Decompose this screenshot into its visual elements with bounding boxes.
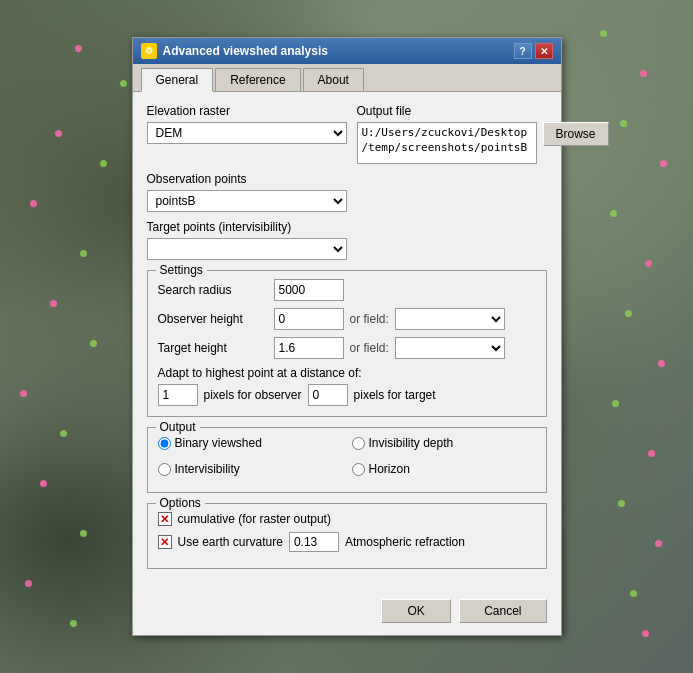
bottom-bar: OK Cancel [133, 591, 561, 635]
radio-binary-input[interactable] [158, 437, 171, 450]
cumulative-label: cumulative (for raster output) [178, 512, 331, 526]
map-dot [600, 30, 607, 37]
dialog-content: Elevation raster DEM Output file Browse … [133, 92, 561, 591]
cumulative-row: ✕ cumulative (for raster output) [158, 512, 536, 526]
map-dot [625, 310, 632, 317]
pixels-target-label: pixels for target [354, 388, 436, 402]
pixels-observer-input[interactable] [158, 384, 198, 406]
map-dot [640, 70, 647, 77]
radio-horizon: Horizon [352, 462, 536, 476]
radio-intervisibility: Intervisibility [158, 462, 342, 476]
options-group: Options ✕ cumulative (for raster output)… [147, 503, 547, 569]
radio-binary: Binary viewshed [158, 436, 342, 450]
observer-height-label: Observer height [158, 312, 268, 326]
adapt-row: pixels for observer pixels for target [158, 384, 536, 406]
search-radius-input[interactable] [274, 279, 344, 301]
map-dot [80, 250, 87, 257]
map-dot [20, 390, 27, 397]
map-dot [642, 630, 649, 637]
map-dot [630, 590, 637, 597]
map-dot [30, 200, 37, 207]
atmospheric-value-input[interactable] [289, 532, 339, 552]
elevation-dropdown[interactable]: DEM [147, 122, 347, 144]
map-dot [655, 540, 662, 547]
map-dot [60, 430, 67, 437]
radio-horizon-input[interactable] [352, 463, 365, 476]
radio-invisibility-label: Invisibility depth [369, 436, 454, 450]
map-dot [25, 580, 32, 587]
output-group-title: Output [156, 420, 200, 434]
map-dot [80, 530, 87, 537]
search-radius-label: Search radius [158, 283, 268, 297]
ok-button[interactable]: OK [381, 599, 451, 623]
map-dot [645, 260, 652, 267]
map-dot [648, 450, 655, 457]
observation-section: Observation points pointsB [147, 172, 547, 212]
elevation-col: Elevation raster DEM [147, 104, 347, 164]
observer-height-row: Observer height or field: [158, 308, 536, 330]
dialog-window: ⚙ Advanced viewshed analysis ? ✕ General… [132, 37, 562, 636]
title-bar: ⚙ Advanced viewshed analysis ? ✕ [133, 38, 561, 64]
browse-button[interactable]: Browse [543, 122, 609, 146]
map-dot [120, 80, 127, 87]
map-dot [70, 620, 77, 627]
app-icon: ⚙ [141, 43, 157, 59]
close-button[interactable]: ✕ [535, 43, 553, 59]
help-button[interactable]: ? [514, 43, 532, 59]
title-bar-left: ⚙ Advanced viewshed analysis [141, 43, 328, 59]
map-dot [40, 480, 47, 487]
output-path-field[interactable] [357, 122, 537, 164]
or-field-label-2: or field: [350, 341, 389, 355]
target-height-input[interactable] [274, 337, 344, 359]
adapt-label: Adapt to highest point at a distance of: [158, 366, 536, 380]
cumulative-checkbox[interactable]: ✕ [158, 512, 172, 526]
pixels-observer-label: pixels for observer [204, 388, 302, 402]
map-dot [620, 120, 627, 127]
output-file-label: Output file [357, 104, 412, 118]
tab-general[interactable]: General [141, 68, 214, 92]
settings-group-title: Settings [156, 263, 207, 277]
map-dot [660, 160, 667, 167]
target-field-dropdown[interactable] [395, 337, 505, 359]
map-dot [658, 360, 665, 367]
radio-intervisibility-input[interactable] [158, 463, 171, 476]
earth-curvature-checkbox[interactable]: ✕ [158, 535, 172, 549]
observer-height-input[interactable] [274, 308, 344, 330]
observer-field-dropdown[interactable] [395, 308, 505, 330]
map-dot [50, 300, 57, 307]
map-dot [612, 400, 619, 407]
cancel-button[interactable]: Cancel [459, 599, 546, 623]
elevation-label: Elevation raster [147, 104, 347, 118]
atmospheric-refraction-label: Atmospheric refraction [345, 535, 465, 549]
radio-binary-label: Binary viewshed [175, 436, 262, 450]
radio-intervisibility-label: Intervisibility [175, 462, 240, 476]
target-dropdown[interactable] [147, 238, 347, 260]
map-dot [55, 130, 62, 137]
tab-reference[interactable]: Reference [215, 68, 300, 91]
radio-invisibility-input[interactable] [352, 437, 365, 450]
observation-dropdown[interactable]: pointsB [147, 190, 347, 212]
map-dot [90, 340, 97, 347]
radio-invisibility: Invisibility depth [352, 436, 536, 450]
search-radius-row: Search radius [158, 279, 536, 301]
observation-label: Observation points [147, 172, 547, 186]
map-dot [610, 210, 617, 217]
output-group: Output Binary viewshed Invisibility dept… [147, 427, 547, 493]
earth-curvature-label: Use earth curvature [178, 535, 283, 549]
target-height-label: Target height [158, 341, 268, 355]
tab-bar: General Reference About [133, 64, 561, 92]
options-group-title: Options [156, 496, 205, 510]
title-buttons: ? ✕ [514, 43, 553, 59]
tab-about[interactable]: About [303, 68, 364, 91]
target-label: Target points (intervisibility) [147, 220, 547, 234]
map-dot [100, 160, 107, 167]
output-file-col: Output file Browse [357, 104, 609, 164]
or-field-label-1: or field: [350, 312, 389, 326]
radio-horizon-label: Horizon [369, 462, 410, 476]
map-dot [618, 500, 625, 507]
map-dot [75, 45, 82, 52]
earth-curvature-row: ✕ Use earth curvature Atmospheric refrac… [158, 532, 536, 552]
output-options-grid: Binary viewshed Invisibility depth Inter… [158, 436, 536, 482]
pixels-target-input[interactable] [308, 384, 348, 406]
top-row: Elevation raster DEM Output file Browse [147, 104, 547, 164]
